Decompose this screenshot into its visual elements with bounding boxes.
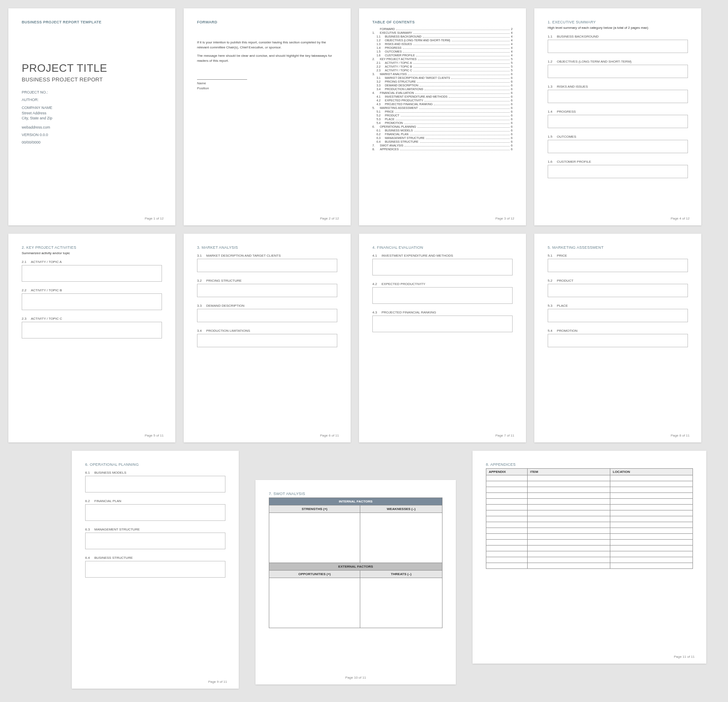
- table-row[interactable]: [486, 505, 693, 510]
- page-number: Page 1 of 12: [145, 217, 164, 220]
- page-5: 2. KEY PROJECT ACTIVITIES Summarized act…: [8, 234, 175, 442]
- key-activities-note: Summarized activity and/or topic: [22, 251, 162, 255]
- table-row[interactable]: [486, 493, 693, 499]
- version: VERSION 0.0.0: [22, 133, 162, 137]
- page-6: 3. MARKET ANALYSIS 3.1MARKET DESCRIPTION…: [184, 234, 351, 442]
- page-number: Page 9 of 11: [208, 680, 227, 684]
- table-row[interactable]: [486, 557, 693, 563]
- field-outcomes[interactable]: [548, 140, 688, 153]
- field-objectives[interactable]: [548, 65, 688, 78]
- apx-h1: APPENDIX: [486, 469, 528, 475]
- table-row[interactable]: [486, 563, 693, 569]
- page-4: 1. EXECUTIVE SUMMARY High level summary …: [534, 8, 701, 225]
- toc-row: 6.OPERATIONAL PLANNING6: [372, 125, 513, 129]
- marketing-assessment-title: 5. MARKETING ASSESSMENT: [548, 245, 688, 250]
- table-row[interactable]: [486, 487, 693, 493]
- field-progress[interactable]: [548, 115, 688, 128]
- page-number: Page 6 of 11: [320, 434, 339, 437]
- toc-row: 5.MARKETING ASSESSMENT6: [372, 106, 513, 110]
- date: 00/00/0000: [22, 140, 162, 144]
- toc-row: 4.FINANCIAL EVALUATION6: [372, 91, 513, 95]
- table-row[interactable]: [486, 522, 693, 528]
- apx-h2: ITEM: [528, 469, 610, 475]
- table-row[interactable]: [486, 499, 693, 505]
- toc-row: 1.4PROGRESS4: [372, 46, 513, 50]
- field-productivity[interactable]: [372, 287, 513, 304]
- toc-row: 2.1ACTIVITY / TOPIC A5: [372, 61, 513, 65]
- page-number: Page 4 of 12: [671, 217, 690, 220]
- table-row[interactable]: [486, 475, 693, 481]
- project-subtitle: BUSINESS PROJECT REPORT: [22, 76, 162, 83]
- field-demand[interactable]: [197, 309, 337, 322]
- field-business-structure[interactable]: [85, 561, 225, 578]
- swot-external: EXTERNAL FACTORS: [269, 563, 442, 571]
- table-row[interactable]: [486, 528, 693, 534]
- table-row[interactable]: [486, 481, 693, 487]
- field-customer-profile[interactable]: [548, 165, 688, 178]
- toc-row: 2.KEY PROJECT ACTIVITIES5: [372, 58, 513, 61]
- web: webaddress.com: [22, 125, 162, 129]
- field-production-limits[interactable]: [197, 334, 337, 347]
- toc-row: 7.SWOT ANALYSIS6: [372, 144, 513, 147]
- swot-cell-weaknesses[interactable]: [360, 513, 442, 563]
- field-mgmt-structure[interactable]: [85, 533, 225, 549]
- toc-row: 4.2EXPECTED PRODUCTIVITY6: [372, 99, 513, 102]
- company-block: COMPANY NAME Street Address City, State …: [22, 105, 162, 121]
- field-activity-c[interactable]: [22, 322, 162, 338]
- toc-row: 2.2ACTIVITY / TOPIC B5: [372, 65, 513, 68]
- author: AUTHOR:: [22, 98, 162, 102]
- toc-row: 1.1BUSINESS BACKGROUND4: [372, 35, 513, 38]
- toc-row: 5.4PROMOTION6: [372, 121, 513, 125]
- toc-row: 6.2FINANCIAL PLAN6: [372, 133, 513, 136]
- field-financial-plan[interactable]: [85, 504, 225, 521]
- toc-row: 3.3DEMAND DESCRIPTION6: [372, 84, 513, 87]
- toc-row: 1.3RISKS AND ISSUES4: [372, 43, 513, 46]
- field-market-desc[interactable]: [197, 259, 337, 272]
- toc-row: 2.3ACTIVITY / TOPIC C5: [372, 69, 513, 72]
- swot-cell-threats[interactable]: [360, 578, 442, 628]
- field-risks[interactable]: [548, 90, 688, 103]
- forward-p2: The message here should be clear and con…: [197, 53, 337, 63]
- field-product[interactable]: [548, 284, 688, 297]
- page-3: TABLE OF CONTENTS FORWARD21.EXECUTIVE SU…: [359, 8, 526, 225]
- field-pricing[interactable]: [197, 284, 337, 297]
- toc-row: 5.1PRICE6: [372, 110, 513, 114]
- field-activity-a[interactable]: [22, 265, 162, 282]
- field-place[interactable]: [548, 309, 688, 322]
- table-row[interactable]: [486, 510, 693, 516]
- page-10: 7. SWOT ANALYSIS INTERNAL FACTORS STRENG…: [255, 480, 456, 684]
- toc-row: 1.6CUSTOMER PROFILE4: [372, 54, 513, 57]
- table-row[interactable]: [486, 540, 693, 545]
- page-number: Page 8 of 11: [671, 434, 690, 437]
- field-price[interactable]: [548, 259, 688, 272]
- table-row[interactable]: [486, 534, 693, 540]
- page-7: 4. FINANCIAL EVALUATION 4.1INVESTMENT EX…: [359, 234, 526, 442]
- field-investment[interactable]: [372, 259, 513, 275]
- market-analysis-title: 3. MARKET ANALYSIS: [197, 245, 337, 250]
- swot-cell-strengths[interactable]: [269, 513, 360, 563]
- toc-row: 6.1BUSINESS MODELS6: [372, 129, 513, 132]
- page-number: Page 10 of 11: [345, 676, 366, 679]
- swot-cell-opportunities[interactable]: [269, 578, 360, 628]
- toc-row: 1.2OBJECTIVES (LONG-TERM AND SHORT-TERM)…: [372, 39, 513, 42]
- page-number: Page 11 of 11: [674, 655, 695, 659]
- field-activity-b[interactable]: [22, 293, 162, 310]
- toc-row: 3.4PRODUCTION LIMITATIONS6: [372, 88, 513, 91]
- field-business-models[interactable]: [85, 476, 225, 492]
- toc-row: 5.2PRODUCT6: [372, 114, 513, 117]
- field-financial-ranking[interactable]: [372, 316, 513, 332]
- page-2: FORWARD If it is your intention to publi…: [184, 8, 351, 225]
- sig-name: Name: [197, 81, 337, 85]
- toc-row: 3.MARKET ANALYSIS6: [372, 73, 513, 76]
- table-row[interactable]: [486, 551, 693, 557]
- swot-title: 7. SWOT ANALYSIS: [269, 492, 442, 496]
- field-business-background[interactable]: [548, 40, 688, 53]
- field-promotion[interactable]: [548, 334, 688, 347]
- exec-summary-note: High level summary of each category belo…: [548, 26, 688, 30]
- toc-row: 6.4BUSINESS STRUCTURE6: [372, 140, 513, 144]
- table-row[interactable]: [486, 545, 693, 551]
- table-row[interactable]: [486, 516, 693, 522]
- page-9: 6. OPERATIONAL PLANNING 6.1BUSINESS MODE…: [72, 451, 239, 689]
- toc-row: 1.5OUTCOMES4: [372, 50, 513, 53]
- appendices-table: APPENDIX ITEM LOCATION: [486, 468, 693, 569]
